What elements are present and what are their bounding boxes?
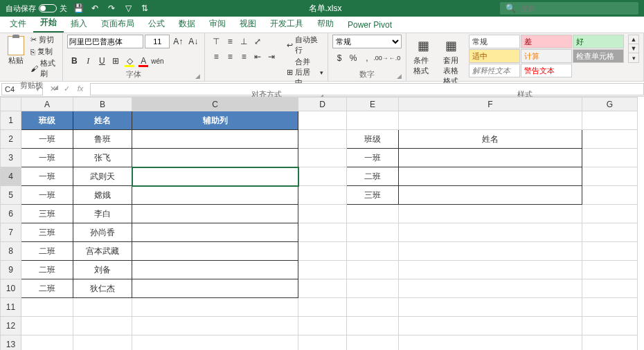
paste-button[interactable]: 粘贴 (4, 35, 28, 67)
tab-view[interactable]: 视图 (233, 15, 263, 33)
cell[interactable] (399, 279, 582, 298)
align-left-button[interactable]: ≡ (209, 50, 223, 64)
tab-powerpivot[interactable]: Power Pivot (341, 17, 399, 33)
tab-pagelayout[interactable]: 页面布局 (94, 15, 141, 33)
cell[interactable]: 姓名 (73, 111, 132, 130)
row-header[interactable]: 10 (1, 279, 21, 298)
cell[interactable]: 一班 (21, 186, 73, 205)
cell[interactable] (298, 317, 347, 335)
cell[interactable] (347, 261, 399, 279)
cell[interactable] (399, 205, 582, 223)
cell[interactable]: 一班 (21, 149, 73, 167)
undo-icon[interactable]: ↶ (89, 3, 100, 14)
col-header[interactable]: E (347, 98, 399, 111)
cell[interactable] (399, 149, 582, 167)
cut-button[interactable]: ✂剪切 (30, 35, 59, 45)
cell[interactable] (399, 111, 582, 130)
cell[interactable] (298, 205, 347, 223)
cell[interactable] (582, 167, 638, 186)
cell[interactable] (73, 335, 132, 351)
col-header[interactable]: D (298, 98, 347, 111)
cell[interactable] (298, 111, 347, 130)
cell[interactable] (132, 130, 298, 149)
dialog-launcher-icon[interactable]: ◢ (195, 73, 200, 80)
cell-active[interactable] (132, 167, 298, 186)
cell[interactable] (399, 186, 582, 205)
accounting-button[interactable]: $ (332, 51, 346, 65)
worksheet[interactable]: A B C D E F G 1 班级 姓名 辅助列 2 一班 鲁班 班级 姓名 … (0, 97, 644, 350)
tab-data[interactable]: 数据 (172, 15, 202, 33)
cell[interactable] (399, 335, 582, 351)
font-size-select[interactable] (145, 35, 170, 48)
scroll-up-button[interactable]: ▲ (629, 35, 638, 44)
wrap-text-button[interactable]: ↩自动换行 (287, 35, 323, 55)
number-format-select[interactable]: 常规 (332, 35, 402, 48)
cell[interactable]: 武则天 (73, 167, 132, 186)
cell[interactable]: 鲁班 (73, 130, 132, 149)
cell[interactable] (582, 298, 638, 317)
align-middle-button[interactable]: ≡ (223, 35, 237, 48)
cell[interactable] (298, 261, 347, 279)
tab-review[interactable]: 审阅 (202, 15, 233, 33)
cell[interactable] (347, 335, 399, 351)
cell[interactable] (399, 167, 582, 186)
cell[interactable]: 班级 (21, 111, 73, 130)
cell[interactable] (399, 298, 582, 317)
style-bad[interactable]: 差 (521, 35, 572, 48)
style-neutral[interactable]: 适中 (469, 49, 520, 63)
italic-button[interactable]: I (81, 54, 95, 68)
cell[interactable]: 三班 (21, 205, 73, 223)
cell[interactable]: 姓名 (399, 130, 582, 149)
align-bottom-button[interactable]: ⊥ (237, 35, 251, 48)
format-as-table-button[interactable]: ▦ 套用 表格格式 (438, 35, 463, 88)
cell[interactable] (298, 130, 347, 149)
row-header[interactable]: 4 (1, 167, 21, 186)
dialog-launcher-icon[interactable]: ◢ (397, 73, 402, 80)
cell[interactable] (21, 335, 73, 351)
cell[interactable] (298, 335, 347, 351)
cell[interactable]: 一班 (21, 167, 73, 186)
cell[interactable] (298, 279, 347, 298)
align-right-button[interactable]: ≡ (237, 50, 251, 64)
row-header[interactable]: 12 (1, 317, 21, 335)
cell[interactable] (298, 167, 347, 186)
orientation-button[interactable]: ⤢ (251, 35, 265, 48)
cell[interactable]: 刘备 (73, 261, 132, 279)
style-explain[interactable]: 解释性文本 (469, 64, 520, 77)
style-calc[interactable]: 计算 (521, 49, 572, 63)
cell[interactable] (132, 223, 298, 242)
col-header[interactable]: B (73, 98, 132, 111)
style-normal[interactable]: 常规 (469, 35, 520, 48)
decrease-font-button[interactable]: A↓ (186, 35, 200, 48)
tab-help[interactable]: 帮助 (310, 15, 341, 33)
cell[interactable]: 二班 (21, 261, 73, 279)
cell[interactable]: 班级 (347, 130, 399, 149)
row-header[interactable]: 7 (1, 223, 21, 242)
sort-icon[interactable]: ⇅ (139, 3, 150, 14)
cell[interactable] (132, 317, 298, 335)
filter-icon[interactable]: ▽ (123, 3, 134, 14)
cell[interactable] (21, 298, 73, 317)
cell[interactable] (132, 298, 298, 317)
cell[interactable] (347, 279, 399, 298)
row-header[interactable]: 1 (1, 111, 21, 130)
cell[interactable]: 一班 (21, 130, 73, 149)
cell[interactable] (582, 149, 638, 167)
cell[interactable] (347, 242, 399, 261)
cell[interactable] (582, 186, 638, 205)
col-header[interactable]: C (132, 98, 298, 111)
style-check[interactable]: 检查单元格 (573, 49, 624, 63)
redo-icon[interactable]: ↷ (106, 3, 117, 14)
cell[interactable] (132, 205, 298, 223)
cell[interactable] (347, 111, 399, 130)
cell[interactable]: 李白 (73, 205, 132, 223)
cell[interactable] (21, 317, 73, 335)
cell[interactable] (347, 298, 399, 317)
cell[interactable] (347, 205, 399, 223)
tab-home[interactable]: 开始 (33, 14, 64, 33)
phonetic-button[interactable]: wén (150, 54, 164, 68)
cell[interactable] (399, 261, 582, 279)
align-top-button[interactable]: ⊤ (209, 35, 223, 48)
cell[interactable]: 宫本武藏 (73, 242, 132, 261)
fill-color-button[interactable]: ◇ (123, 54, 136, 68)
